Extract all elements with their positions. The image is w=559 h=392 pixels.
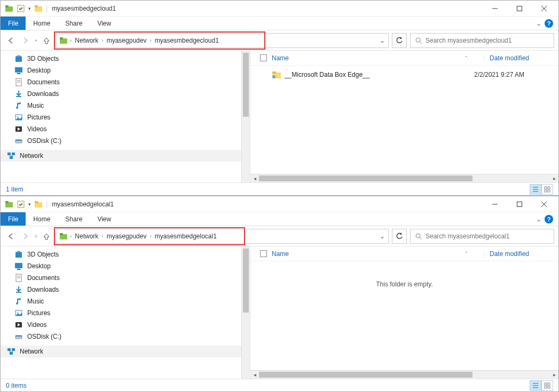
sidebar-item-downloads[interactable]: Downloads: [1, 284, 250, 295]
details-view-button[interactable]: [530, 380, 541, 391]
chevron-right-icon[interactable]: ›: [101, 37, 103, 43]
svg-line-12: [420, 42, 422, 44]
sidebar-item-pictures[interactable]: Pictures: [1, 111, 250, 123]
sidebar-item-documents[interactable]: Documents: [1, 76, 250, 88]
up-button[interactable]: [41, 35, 52, 46]
back-button[interactable]: [5, 230, 17, 242]
music-icon: [14, 101, 23, 110]
content-pane[interactable]: Name ˄ Date modified This folder is empt…: [250, 246, 558, 379]
help-icon[interactable]: ?: [545, 19, 553, 28]
sidebar-item-music[interactable]: Music: [1, 295, 250, 307]
chevron-right-icon[interactable]: ›: [70, 37, 72, 43]
column-name[interactable]: Name ˄: [272, 250, 484, 258]
column-name[interactable]: Name ˄: [272, 54, 484, 62]
file-row[interactable]: __Microsoft Data Box Edge__ 2/2/2021 9:2…: [250, 69, 558, 81]
horizontal-scrollbar[interactable]: ◂▸: [250, 370, 558, 379]
search-box[interactable]: [410, 33, 554, 48]
up-button[interactable]: [41, 230, 52, 242]
minimize-button[interactable]: [483, 196, 507, 212]
navigation-pane[interactable]: 3D Objects Desktop Documents Downloads M…: [1, 51, 250, 182]
address-bar[interactable]: › Network › myasegpudev › myasesmbedgecl…: [56, 33, 389, 48]
sidebar-item-documents[interactable]: Documents: [1, 272, 250, 284]
select-all-checkbox[interactable]: [260, 250, 272, 257]
chevron-right-icon[interactable]: ›: [149, 37, 151, 43]
sidebar-item-osdisk[interactable]: OSDisk (C:): [1, 135, 250, 147]
back-button[interactable]: [5, 35, 17, 46]
ribbon-expand-icon[interactable]: ⌄: [536, 215, 541, 223]
address-dropdown-icon[interactable]: ⌄: [380, 233, 385, 240]
tab-file[interactable]: File: [1, 212, 26, 226]
search-box[interactable]: [410, 229, 554, 244]
forward-button[interactable]: [20, 35, 32, 46]
refresh-button[interactable]: [392, 33, 407, 48]
sidebar-scrollbar[interactable]: [241, 246, 250, 379]
help-icon[interactable]: ?: [545, 215, 553, 223]
breadcrumb-share[interactable]: myasesmbedgecloud1: [154, 37, 220, 44]
titlebar[interactable]: ▾ | myasesmbedgecloud1: [1, 1, 558, 17]
ribbon-expand-icon[interactable]: ⌄: [536, 20, 541, 27]
breadcrumb-share[interactable]: myasesmbedgelocal1: [154, 233, 218, 240]
breadcrumb-host[interactable]: myasegpudev: [106, 233, 148, 240]
breadcrumb-network[interactable]: Network: [74, 37, 99, 44]
breadcrumb-host[interactable]: myasegpudev: [106, 37, 148, 44]
tab-home[interactable]: Home: [26, 212, 58, 226]
sidebar-item-videos[interactable]: Videos: [1, 123, 250, 135]
recent-dropdown-icon[interactable]: ▾: [35, 38, 37, 43]
sidebar-item-network[interactable]: Network: [1, 346, 250, 357]
sidebar-item-pictures[interactable]: Pictures: [1, 307, 250, 319]
maximize-button[interactable]: [507, 196, 532, 212]
sidebar-item-desktop[interactable]: Desktop: [1, 260, 250, 272]
close-button[interactable]: [532, 1, 556, 17]
tab-view[interactable]: View: [90, 17, 119, 30]
sidebar-item-label: Pictures: [27, 309, 50, 317]
breadcrumb-network[interactable]: Network: [74, 233, 99, 240]
sidebar-item-desktop[interactable]: Desktop: [1, 65, 250, 76]
details-view-button[interactable]: [530, 184, 541, 195]
svg-rect-33: [261, 55, 267, 61]
sidebar-item-network[interactable]: Network: [1, 150, 250, 162]
qat-dropdown-icon[interactable]: ▾: [28, 6, 31, 11]
svg-marker-58: [15, 251, 22, 252]
recent-dropdown-icon[interactable]: ▾: [35, 234, 37, 239]
properties-icon[interactable]: [17, 4, 25, 13]
search-input[interactable]: [426, 37, 549, 44]
tab-share[interactable]: Share: [58, 212, 90, 226]
chevron-right-icon[interactable]: ›: [101, 233, 103, 239]
select-all-checkbox[interactable]: [260, 54, 272, 61]
address-dropdown-icon[interactable]: ⌄: [380, 37, 385, 44]
content-pane[interactable]: Name ˄ Date modified __Microsoft Data Bo…: [250, 51, 558, 182]
sidebar-item-3d-objects[interactable]: 3D Objects: [1, 53, 250, 65]
close-button[interactable]: [532, 196, 556, 212]
refresh-button[interactable]: [392, 229, 407, 244]
sidebar-item-music[interactable]: Music: [1, 100, 250, 111]
tab-file[interactable]: File: [1, 17, 26, 30]
chevron-right-icon[interactable]: ›: [70, 233, 72, 239]
svg-line-32: [11, 155, 13, 156]
minimize-button[interactable]: [483, 1, 507, 17]
folder-icon: [272, 70, 281, 79]
tab-share[interactable]: Share: [58, 17, 90, 30]
qat-dropdown-icon[interactable]: ▾: [28, 202, 31, 207]
large-icons-view-button[interactable]: [541, 380, 553, 391]
navigation-pane[interactable]: 3D Objects Desktop Documents Downloads M…: [1, 246, 250, 379]
sidebar-scrollbar[interactable]: [241, 51, 250, 182]
titlebar[interactable]: ▾ | myasesmbedgelocal1: [1, 196, 558, 212]
sidebar-item-downloads[interactable]: Downloads: [1, 88, 250, 100]
forward-button[interactable]: [20, 230, 32, 242]
sidebar-item-label: Music: [27, 102, 44, 109]
search-input[interactable]: [426, 233, 549, 240]
sidebar-item-videos[interactable]: Videos: [1, 319, 250, 331]
sidebar-item-3d-objects[interactable]: 3D Objects: [1, 249, 250, 260]
horizontal-scrollbar[interactable]: ◂▸: [250, 174, 558, 182]
tab-home[interactable]: Home: [26, 17, 58, 30]
sidebar-item-label: OSDisk (C:): [27, 333, 61, 340]
chevron-right-icon[interactable]: ›: [149, 233, 151, 239]
sidebar-item-osdisk[interactable]: OSDisk (C:): [1, 331, 250, 342]
address-bar[interactable]: › Network › myasegpudev › myasesmbedgelo…: [56, 229, 389, 244]
large-icons-view-button[interactable]: [541, 184, 553, 195]
tab-view[interactable]: View: [90, 212, 119, 226]
maximize-button[interactable]: [507, 1, 532, 17]
column-date-modified[interactable]: Date modified: [484, 250, 558, 258]
column-date-modified[interactable]: Date modified: [484, 54, 558, 62]
properties-icon[interactable]: [17, 200, 25, 209]
